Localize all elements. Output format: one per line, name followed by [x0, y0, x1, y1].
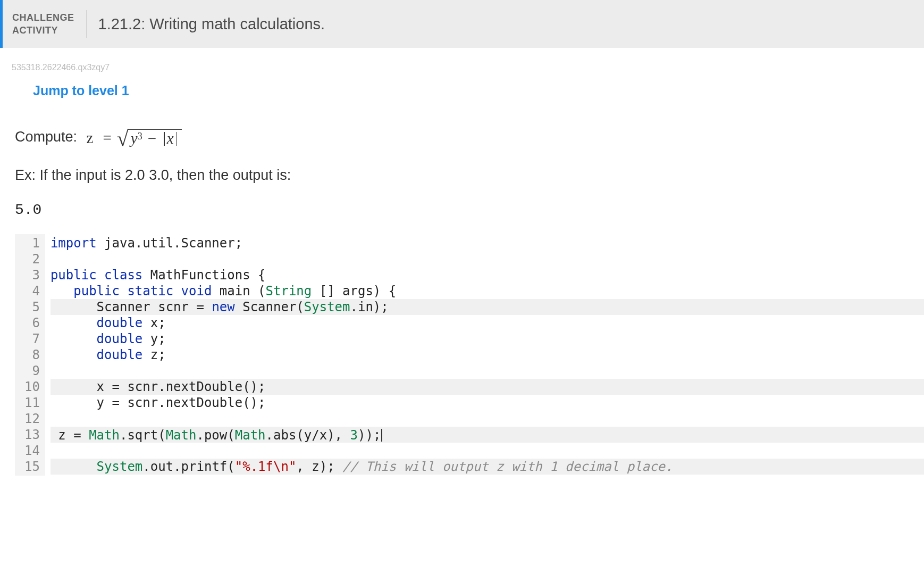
token-op: {	[258, 268, 265, 283]
token-kw: double	[97, 347, 143, 362]
token-id: abs	[273, 428, 296, 443]
line-number: 10	[24, 379, 40, 395]
token-num: 3	[350, 428, 358, 443]
text-cursor	[381, 429, 382, 442]
code-line[interactable]: double x;	[51, 315, 924, 331]
code-line[interactable]: public class MathFunctions {	[51, 267, 924, 283]
code-line[interactable]	[51, 363, 924, 379]
token-type: System	[304, 300, 350, 314]
code-line[interactable]: double z;	[51, 347, 924, 363]
line-number: 6	[24, 315, 40, 331]
token-op: =	[112, 395, 120, 410]
header-divider	[86, 10, 87, 38]
token-id: y	[150, 331, 158, 346]
formula: z = √ y3 − x	[85, 126, 182, 151]
line-number: 14	[24, 443, 40, 459]
token-op: (	[296, 300, 304, 314]
code-line[interactable]: z = Math.sqrt(Math.pow(Math.abs(y/x), 3)…	[51, 427, 924, 443]
token-op: )	[320, 459, 327, 474]
code-line[interactable]: System.out.printf("%.1f\n", z); // This …	[51, 459, 924, 475]
token-id: main	[220, 284, 250, 298]
token-op: ))	[358, 428, 373, 443]
token-op: .	[173, 459, 181, 474]
code-line[interactable]: Scanner scnr = new Scanner(System.in);	[51, 299, 924, 315]
token-op: )	[373, 284, 381, 298]
token-id: Scanner	[97, 300, 150, 314]
token-op: )	[327, 428, 334, 443]
token-id: pow	[204, 428, 227, 443]
jump-to-level-link[interactable]: Jump to level 1	[33, 83, 129, 98]
code-line[interactable]: public static void main (String [] args)…	[51, 283, 924, 299]
token-type: System	[97, 459, 143, 474]
token-str: "%.1f\n"	[235, 459, 297, 474]
token-id: z	[58, 428, 65, 443]
token-op: ()	[242, 379, 258, 394]
code-line[interactable]	[51, 411, 924, 427]
token-op: .	[142, 459, 150, 474]
token-op: (	[227, 428, 234, 443]
var-y: y	[131, 131, 138, 146]
formula-lhs: z	[87, 129, 94, 147]
token-cmt: // This will output z with 1 decimal pla…	[342, 459, 673, 474]
radicand: y3 − x	[128, 129, 182, 147]
token-id: Scanner	[242, 300, 296, 314]
prompt-line: Compute: z = √ y3 − x	[15, 124, 924, 149]
token-op: ;	[258, 379, 265, 394]
token-op: /	[312, 428, 319, 443]
line-number: 11	[24, 395, 40, 411]
code-line[interactable]: double y;	[51, 331, 924, 347]
example-prompt: Ex: If the input is 2.0 3.0, then the ou…	[15, 167, 924, 184]
token-id: x	[97, 379, 104, 394]
token-op: ;	[158, 331, 165, 346]
line-number: 7	[24, 331, 40, 347]
token-op: =	[73, 428, 81, 443]
code-editor[interactable]: 123456789101112131415 import java.util.S…	[15, 234, 924, 476]
token-id: y	[304, 428, 312, 443]
code-line[interactable]: x = scnr.nextDouble();	[51, 379, 924, 395]
token-op: ;	[158, 316, 165, 330]
token-op: .	[196, 428, 204, 443]
token-id: args	[342, 284, 373, 298]
abs-bar-right	[176, 132, 177, 146]
token-id: scnr	[127, 379, 158, 394]
token-op: []	[320, 284, 335, 298]
token-kw: double	[97, 316, 143, 330]
line-number: 1	[24, 235, 40, 251]
token-kw: new	[212, 300, 234, 314]
token-kw: public	[73, 284, 120, 298]
token-type: Math	[89, 428, 120, 443]
code-line[interactable]	[51, 251, 924, 267]
formula-eq: =	[103, 129, 111, 147]
token-op: ;	[373, 428, 381, 443]
token-op: .	[266, 428, 273, 443]
token-id: nextDouble	[166, 379, 243, 394]
token-id: in	[358, 300, 373, 314]
token-op: {	[389, 284, 396, 298]
token-op: (	[158, 428, 165, 443]
token-op: ;	[235, 236, 242, 251]
token-op: ,	[296, 459, 304, 474]
token-id: scnr	[158, 300, 189, 314]
exp-3: 3	[138, 131, 142, 141]
code-area[interactable]: import java.util.Scanner; public class M…	[45, 234, 924, 476]
sqrt-expression: √ y3 − x	[117, 126, 182, 151]
token-op: ;	[327, 459, 334, 474]
prompt-label: Compute:	[15, 129, 77, 145]
token-kw: double	[97, 331, 143, 346]
code-line[interactable]: import java.util.Scanner;	[51, 235, 924, 251]
token-op: (	[296, 428, 304, 443]
line-number: 13	[24, 427, 40, 443]
token-kw: void	[181, 284, 212, 298]
token-id: scnr	[127, 395, 158, 410]
token-type: Math	[166, 428, 197, 443]
line-number: 5	[24, 299, 40, 315]
code-line[interactable]: y = scnr.nextDouble();	[51, 395, 924, 411]
token-id: printf	[181, 459, 228, 474]
minus-op: −	[148, 131, 156, 146]
example-output: 5.0	[15, 202, 924, 218]
token-type: String	[266, 284, 312, 298]
line-number: 4	[24, 283, 40, 299]
code-line[interactable]	[51, 443, 924, 459]
token-id: z	[150, 347, 158, 362]
token-op: .	[120, 428, 127, 443]
